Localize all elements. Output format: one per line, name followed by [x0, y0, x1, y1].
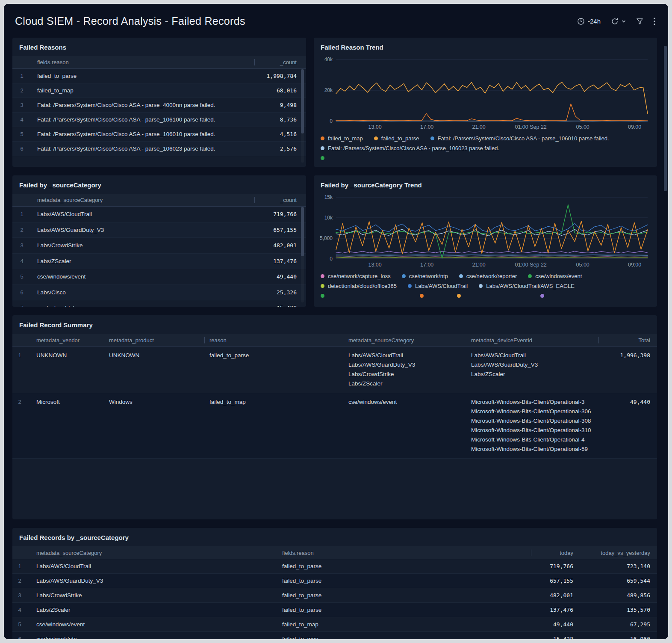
trend-chart-svg[interactable]: 020k40k13:0017:0021:0001:00 Sep 2205:000… [316, 56, 651, 131]
time-range-label: -24h [588, 18, 601, 25]
table-row[interactable]: 6Fatal: /Parsers/System/Cisco/Cisco ASA … [12, 142, 306, 156]
device-event-id-value: Microsoft-Windows-Bits-Client/Operationa… [471, 444, 594, 454]
legend-label: cse/network/capture_loss [328, 273, 391, 279]
legend-item-fatal-parsers-system-cisco-cisco-asa-parse-106010-parse-failed[interactable]: Fatal: /Parsers/System/Cisco/Cisco ASA -… [430, 135, 609, 142]
legend-item-cse-network-capture-loss[interactable]: cse/network/capture_loss [321, 273, 391, 279]
dashboard-menu-control[interactable] [654, 18, 655, 25]
row-rank: 2 [12, 87, 31, 94]
row-label: Fatal: /Parsers/System/Cisco/Cisco ASA -… [31, 131, 255, 137]
legend-row-clipped [321, 293, 650, 298]
time-range-control[interactable]: -24h [577, 18, 601, 25]
column-header-metadata-sourcecategory[interactable]: metadata_sourceCategory [31, 546, 277, 559]
table-row[interactable]: 4Fatal: /Parsers/System/Cisco/Cisco ASA … [12, 113, 306, 127]
column-header-count[interactable]: _count [255, 59, 306, 65]
column-header-fields-reason[interactable]: fields.reason [31, 59, 254, 65]
table-scrollbar[interactable] [301, 69, 304, 163]
today-value: 482,001 [531, 588, 580, 602]
row-count: 4,516 [255, 131, 306, 137]
column-header-metadata-sourcecategory[interactable]: metadata_sourceCategory [343, 334, 466, 347]
panel-title-failed-reasons: Failed Reasons [12, 44, 306, 56]
panel-title-failed-by-category: Failed by _sourceCategory [12, 181, 306, 194]
source-category-value: Labs/CrowdStrike [31, 588, 277, 602]
series-unlabeled [336, 221, 648, 254]
legend-item-cse-network-reporter[interactable]: cse/network/reporter [459, 273, 517, 279]
row-rank: 2 [12, 393, 31, 458]
row-rank: 6 [12, 289, 31, 296]
table-row[interactable]: 5cse/windows/eventfailed_to_map49,44067,… [12, 617, 657, 632]
table-row[interactable]: 3Labs/CrowdStrike482,001 [12, 238, 306, 254]
device-event-id-value: Microsoft-Windows-Bits-Client/Operationa… [471, 397, 594, 407]
panel-failed-reasons: Failed Reasons fields.reason_count1faile… [12, 38, 306, 167]
table-row[interactable]: 6Labs/Cisco25,326 [12, 285, 306, 301]
x-axis-tick-label: 09:00 [628, 124, 641, 130]
product-value: UNKNOWN [104, 347, 204, 393]
row-label: failed_to_map [31, 87, 255, 94]
row-label: Labs/AWS/GuardDuty_V3 [31, 227, 255, 233]
row-label: Labs/CrowdStrike [31, 242, 255, 249]
column-header-total[interactable]: Total [598, 334, 657, 347]
trend-chart-svg[interactable]: 05,00010k15k13:0017:0021:0001:00 Sep 220… [316, 194, 651, 269]
table-scrollbar[interactable] [301, 207, 304, 302]
scrollbar-thumb[interactable] [301, 207, 304, 256]
row-count: 137,476 [255, 258, 306, 264]
table-row[interactable]: 1failed_to_parse1,998,784 [12, 69, 306, 83]
column-header-metadata-deviceeventid[interactable]: metadata_deviceEventId [466, 334, 598, 347]
failed-by-category-trend-legend: cse/network/capture_losscse/network/ntpc… [314, 269, 657, 298]
legend-color-dot [528, 274, 532, 278]
failed-reason-trend-chart[interactable]: 020k40k13:0017:0021:0001:00 Sep 2205:000… [316, 56, 651, 131]
reason-value: failed_to_map [277, 632, 531, 639]
table-row[interactable]: 1Labs/AWS/CloudTrail719,766 [12, 207, 306, 222]
table-row[interactable]: 7cse/network/ntp15,428 [12, 300, 306, 307]
reason-value: failed_to_parse [277, 588, 531, 602]
row-count: 25,326 [255, 289, 306, 296]
column-header-fields-reason[interactable]: fields.reason [277, 546, 531, 559]
column-header-metadata-product[interactable]: metadata_product [104, 334, 204, 347]
legend-color-dot [430, 136, 434, 140]
legend-color-dot [321, 274, 324, 278]
table-row[interactable]: 3Fatal: /Parsers/System/Cisco/Cisco ASA … [12, 98, 306, 113]
table-row[interactable]: 5cse/windows/event49,440 [12, 269, 306, 285]
failed-by-category-trend-chart[interactable]: 05,00010k15k13:0017:0021:0001:00 Sep 220… [316, 194, 651, 269]
y-axis-tick-label: 40k [324, 56, 333, 62]
column-header-metadata-sourcecategory[interactable]: metadata_sourceCategory [31, 197, 254, 203]
table-row[interactable]: 2failed_to_map68,016 [12, 83, 306, 98]
legend-item-cse-windows-event[interactable]: cse/windows/event [528, 273, 582, 279]
table-row[interactable]: 1UNKNOWNUNKNOWNfailed_to_parseLabs/AWS/C… [12, 347, 657, 393]
legend-label: failed_to_parse [381, 135, 419, 142]
table-row[interactable]: 3Labs/CrowdStrikefailed_to_parse482,0014… [12, 588, 657, 603]
legend-item-detectionlab-cloud-office365[interactable]: detectionlab/cloud/office365 [321, 283, 397, 289]
table-row[interactable]: 2Labs/AWS/GuardDuty_V3657,155 [12, 222, 306, 238]
table-row[interactable]: 5Fatal: /Parsers/System/Cisco/Cisco ASA … [12, 127, 306, 142]
legend-row: failed_to_mapfailed_to_parseFatal: /Pars… [321, 136, 650, 141]
legend-item-failed-to-parse[interactable]: failed_to_parse [374, 135, 419, 142]
page-scrollbar-thumb[interactable] [664, 46, 667, 191]
table-row[interactable]: 2Labs/AWS/GuardDuty_V3failed_to_parse657… [12, 574, 657, 588]
legend-color-dot [321, 156, 324, 160]
table-row[interactable]: 4Labs/ZScalerfailed_to_parse137,476135,5… [12, 603, 657, 617]
column-header-reason[interactable]: reason [204, 334, 343, 347]
reason-value: failed_to_parse [277, 603, 531, 617]
legend-item-cse-network-ntp[interactable]: cse/network/ntp [402, 273, 448, 279]
device-event-id-value: Labs/AWS/GuardDuty_V3 [471, 360, 594, 370]
table-row[interactable]: 2MicrosoftWindowsfailed_to_mapcse/window… [12, 393, 657, 459]
scrollbar-thumb[interactable] [301, 69, 304, 133]
table-header-row: metadata_vendormetadata_productreasonmet… [12, 334, 657, 347]
column-header-today-vs-yesterday[interactable]: today_vs_yesterday [580, 546, 657, 559]
legend-item-labs-aws-cloudtrail-aws-eagle[interactable]: Labs/AWS/CloudTrail/AWS_EAGLE [479, 283, 575, 289]
legend-item-labs-aws-cloudtrail[interactable]: Labs/AWS/CloudTrail [408, 283, 468, 289]
refresh-control[interactable] [611, 18, 626, 25]
legend-item-failed-to-map[interactable]: failed_to_map [321, 135, 363, 142]
table-row[interactable]: 4Labs/ZScaler137,476 [12, 254, 306, 270]
filter-control[interactable] [636, 18, 643, 25]
table-row[interactable]: 6cse/network/ntpfailed_to_map15,42816,96… [12, 632, 657, 639]
column-header-metadata-vendor[interactable]: metadata_vendor [31, 334, 104, 347]
legend-row: Fatal: /Parsers/System/Cisco/Cisco ASA -… [321, 145, 650, 151]
page-scrollbar[interactable] [664, 41, 667, 636]
clock-icon [577, 18, 585, 25]
legend-item-fatal-parsers-system-cisco-cisco-asa-parse-106023-parse-failed[interactable]: Fatal: /Parsers/System/Cisco/Cisco ASA -… [321, 145, 499, 151]
column-header-today[interactable]: today [531, 546, 580, 559]
dashboard: Cloud SIEM - Record Analysis - Failed Re… [4, 4, 668, 639]
column-header-count[interactable]: _count [255, 197, 306, 203]
table-row[interactable]: 1Labs/AWS/CloudTrailfailed_to_parse719,7… [12, 559, 657, 574]
row-rank: 1 [12, 73, 31, 79]
